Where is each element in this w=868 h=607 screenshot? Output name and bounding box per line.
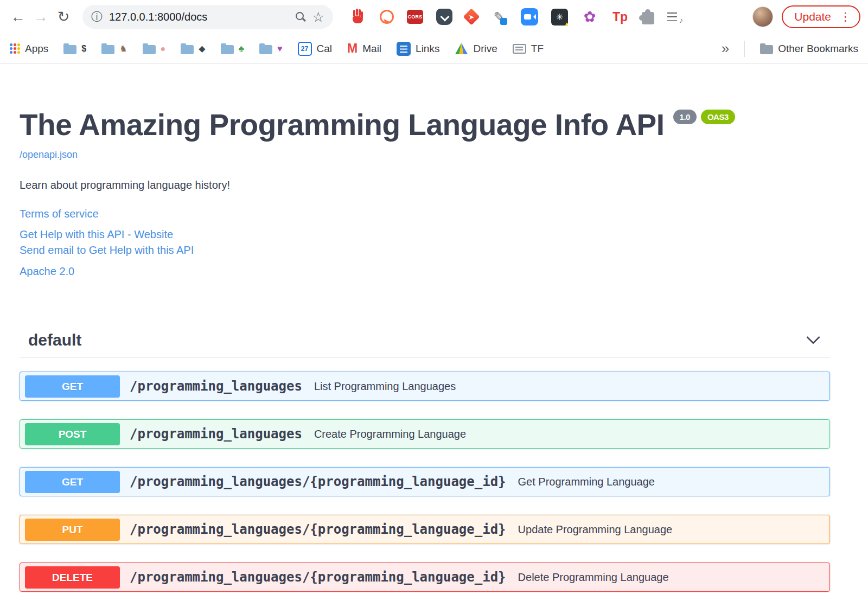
endpoint-path: /programming_languages [130,426,302,442]
bookmarks-divider [744,41,745,57]
reload-button[interactable]: ↻ [52,8,75,25]
dollar-glyph: $ [81,44,86,54]
tampermonkey-icon[interactable]: Tp [611,8,629,25]
back-button[interactable]: ← [7,9,29,25]
address-bar[interactable]: ⓘ 127.0.0.1:8000/docs ☆ [82,5,333,29]
bookmark-links[interactable]: Links [397,42,439,56]
apps-grid-icon [10,43,20,54]
bookmark-folder-heart[interactable]: ♥ [259,43,283,54]
links-icon [397,42,411,56]
tag-section: default GET /programming_languages List … [20,325,830,592]
openapi-json-link[interactable]: /openapi.json [20,149,78,161]
endpoint-path: /programming_languages/{programming_lang… [130,474,506,489]
bookmark-tf[interactable]: TF [513,43,544,55]
bookmarks-overflow-chevron[interactable]: » [722,40,729,57]
collapse-chevron-icon[interactable] [806,336,820,344]
extensions-area: CORS ➤ ✎ ✳▲ ✿ Tp ♪ [349,8,682,25]
endpoint-row-create-language[interactable]: POST /programming_languages Create Progr… [20,419,830,449]
website-help-link[interactable]: Get Help with this API - Website [20,228,830,241]
terms-of-service-link[interactable]: Terms of service [20,208,830,220]
tag-section-header[interactable]: default [20,325,830,357]
video-camera-icon[interactable] [521,8,538,25]
heart-glyph: ♥ [277,44,283,54]
endpoint-row-list-languages[interactable]: GET /programming_languages List Programm… [20,372,830,401]
media-queue-icon[interactable]: ♪ [667,11,682,23]
profile-avatar[interactable] [752,7,773,27]
endpoint-summary: Delete Programming Language [518,571,669,584]
folder-icon [143,45,156,54]
swagger-docs-page: The Amazing Programming Language Info AP… [0,64,868,592]
contact-links: Get Help with this API - Website Send em… [20,228,830,257]
browser-menu-icon[interactable]: ⋮ [840,10,851,23]
site-info-icon[interactable]: ⓘ [91,9,103,24]
forward-button[interactable]: → [29,9,52,25]
bookmark-folder-horse[interactable]: ♞ [101,43,127,54]
endpoint-path: /programming_languages [130,379,302,394]
links-label: Links [416,43,439,55]
api-description: Learn about programming language history… [20,179,830,191]
bookmark-star-icon[interactable]: ☆ [312,9,324,25]
pocket-icon[interactable] [436,9,452,25]
other-bookmarks[interactable]: Other Bookmarks [760,43,858,55]
bookmark-drive[interactable]: Drive [455,42,497,55]
update-button[interactable]: Update ⋮ [782,5,860,28]
bookmark-folder-education[interactable]: ◆ [181,43,205,54]
eyedropper-pen-icon[interactable]: ✎ [490,8,508,25]
speech-bubble-icon[interactable] [380,10,394,24]
grad-cap-glyph: ◆ [199,43,205,54]
tf-icon [513,44,526,54]
url-text: 127.0.0.1:8000/docs [109,11,289,23]
endpoint-row-get-language[interactable]: GET /programming_languages/{programming_… [20,467,830,496]
flower-extension-icon[interactable]: ✿ [581,8,598,25]
calendar-label: Cal [317,43,333,55]
apps-shortcut[interactable]: Apps [10,43,48,55]
folder-icon [221,45,234,54]
api-title-text: The Amazing Programming Language Info AP… [20,108,665,142]
horse-glyph: ♞ [119,43,127,54]
browser-chrome: ← → ↻ ⓘ 127.0.0.1:8000/docs ☆ CORS ➤ ✎ ✳… [0,0,868,64]
bookmark-folder-brain[interactable]: ● [143,43,166,54]
endpoint-row-delete-language[interactable]: DELETE /programming_languages/{programmi… [20,563,830,592]
calendar-icon: 27 [298,42,312,56]
bookmark-gmail[interactable]: M Mail [347,41,381,56]
oas3-badge: OAS3 [701,110,735,124]
tag-title: default [28,331,81,349]
endpoint-summary: Create Programming Language [314,428,466,440]
endpoint-row-update-language[interactable]: PUT /programming_languages/{programming_… [20,515,830,544]
mail-label: Mail [362,43,381,55]
folder-icon [760,45,773,54]
endpoint-path: /programming_languages/{programming_lang… [130,522,506,537]
gmail-icon: M [347,41,358,56]
email-help-link[interactable]: Send email to Get Help with this API [20,244,830,257]
blocker-hand-icon[interactable] [349,8,367,25]
apps-label: Apps [25,43,48,55]
endpoint-summary: Update Programming Language [518,523,673,536]
api-title: The Amazing Programming Language Info AP… [20,107,830,142]
drive-icon [455,42,468,55]
endpoint-list: GET /programming_languages List Programm… [20,372,830,592]
puzzle-extensions-icon[interactable] [642,12,654,24]
update-label: Update [794,10,831,23]
method-badge: POST [25,423,120,445]
bookmarks-bar: Apps $ ♞ ● ◆ ♣ ♥ 27 Cal [0,34,868,64]
license-link[interactable]: Apache 2.0 [20,265,830,278]
method-badge: PUT [25,519,120,541]
method-badge: DELETE [25,566,120,589]
bookmark-calendar[interactable]: 27 Cal [298,42,333,56]
drive-label: Drive [473,43,497,55]
folder-icon [259,45,272,54]
zoom-icon[interactable] [295,11,306,22]
herb-glyph: ♣ [239,44,245,54]
folder-icon [101,45,114,54]
tf-label: TF [531,43,544,55]
atom-extension-icon[interactable]: ✳▲ [551,9,568,25]
browser-toolbar: ← → ↻ ⓘ 127.0.0.1:8000/docs ☆ CORS ➤ ✎ ✳… [0,0,868,34]
api-badges: 1.0OAS3 [673,98,735,131]
diamond-arrow-icon[interactable]: ➤ [463,8,480,25]
version-badge: 1.0 [673,110,697,124]
bookmark-folder-herb[interactable]: ♣ [221,43,245,54]
cors-extension-icon[interactable]: CORS [407,10,423,24]
folder-icon [63,45,76,54]
method-badge: GET [25,375,120,398]
bookmark-folder-dollar[interactable]: $ [63,43,86,54]
